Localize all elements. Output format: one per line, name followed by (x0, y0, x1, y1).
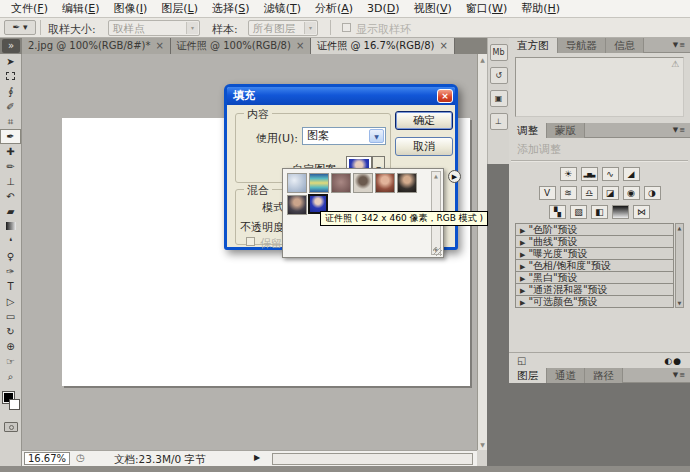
vibrance-adjustment-icon[interactable]: V (539, 186, 556, 200)
dodge-tool[interactable]: ♀ (0, 249, 21, 264)
disclosure-triangle-icon[interactable]: ▶ (520, 251, 525, 259)
exposure-adjustment-icon[interactable]: ◢ (623, 167, 640, 181)
scroll-down-icon[interactable]: ▼ (478, 441, 487, 448)
disclosure-triangle-icon[interactable]: ▶ (520, 263, 525, 271)
panel-tab-adjustments[interactable]: 调整 (509, 123, 547, 138)
pattern-clouds[interactable] (287, 173, 307, 193)
menu-item-image[interactable]: 图像(I) (106, 0, 154, 18)
selective-color-adjustment-icon[interactable]: ⋈ (633, 205, 650, 219)
menu-item-3d[interactable]: 3D(D) (360, 0, 407, 18)
pattern-portrait-4[interactable] (287, 195, 307, 215)
use-select[interactable]: 图案 ▼ (302, 127, 386, 145)
photo-filter-adjustment-icon[interactable]: ◉ (623, 186, 640, 200)
clone-stamp-tool[interactable]: ⊥ (0, 174, 21, 189)
menu-item-analysis[interactable]: 分析(A) (308, 0, 360, 18)
layer-comps-icon[interactable]: ▣ (490, 90, 508, 107)
gradient-tool[interactable] (0, 219, 21, 234)
disclosure-triangle-icon[interactable]: ▶ (520, 287, 525, 295)
switch-panel-icon[interactable]: ◱ (517, 355, 526, 366)
eyedropper-tool[interactable]: ✒ (0, 129, 21, 144)
scroll-up-icon[interactable]: ▲ (676, 225, 683, 231)
background-color-swatch[interactable] (9, 399, 20, 410)
3d-rotate-tool[interactable]: ↻ (0, 324, 21, 339)
pattern-portrait-1[interactable] (353, 173, 373, 193)
clip-to-layer-icon[interactable]: ◐● (664, 356, 682, 366)
quick-mask-icon[interactable] (4, 422, 18, 432)
panel-tab-info[interactable]: 信息 (606, 38, 644, 53)
scroll-up-icon[interactable]: ▲ (478, 56, 487, 63)
blur-tool[interactable]: ❛ (0, 234, 21, 249)
histogram-warning-icon[interactable]: ⚠ (671, 59, 679, 69)
pen-tool[interactable]: ✑ (0, 264, 21, 279)
path-selection-tool[interactable]: ▷ (0, 294, 21, 309)
gradient-map-adjustment-icon[interactable] (612, 205, 629, 219)
panel-tab-masks[interactable]: 蒙版 (547, 123, 585, 138)
disclosure-triangle-icon[interactable]: ▶ (520, 227, 525, 235)
zoom-tool[interactable]: ⌕ (0, 369, 21, 384)
panel-menu-icon[interactable]: ▼≡ (673, 41, 686, 49)
menu-item-file[interactable]: 文件(F) (4, 0, 55, 18)
disclosure-triangle-icon[interactable]: ▶ (520, 275, 525, 283)
clone-source-icon[interactable]: ⊥ (490, 113, 508, 130)
document-tab-doc-2[interactable]: 证件照 @ 100%(RGB/8)× (171, 38, 311, 54)
panel-menu-icon[interactable]: ▼≡ (673, 371, 686, 379)
vertical-scrollbar[interactable]: ▲ ▼ (477, 54, 487, 450)
horizontal-scrollbar[interactable] (272, 453, 473, 465)
scroll-up-icon[interactable]: ▲ (432, 173, 440, 179)
quick-selection-tool[interactable]: ✐ (0, 99, 21, 114)
show-sampling-ring-checkbox[interactable] (342, 23, 351, 32)
move-tool[interactable]: ➤ (0, 54, 21, 69)
mini-bridge-icon[interactable]: Mb (490, 44, 508, 61)
tab-close-icon[interactable]: × (155, 41, 163, 51)
menu-item-help[interactable]: 帮助(H) (514, 0, 567, 18)
hue-saturation-adjustment-icon[interactable]: ≋ (560, 186, 577, 200)
scroll-down-icon[interactable]: ▼ (676, 300, 683, 306)
type-tool[interactable]: T (0, 279, 21, 294)
panel-menu-icon[interactable]: ▼≡ (673, 126, 686, 134)
dialog-title-bar[interactable]: 填充 × (227, 87, 455, 105)
spot-healing-tool[interactable]: ✚ (0, 144, 21, 159)
pattern-texture[interactable] (331, 173, 351, 193)
panel-tab-navigator[interactable]: 导航器 (558, 38, 607, 53)
color-balance-adjustment-icon[interactable]: ♎ (581, 186, 598, 200)
levels-adjustment-icon[interactable]: ▂▅▃ (581, 167, 598, 181)
menu-item-select[interactable]: 选择(S) (205, 0, 257, 18)
preset-scrollbar[interactable]: ▲ ▼ (675, 223, 684, 308)
channel-mixer-adjustment-icon[interactable]: ◑ (644, 186, 661, 200)
tab-close-icon[interactable]: × (439, 41, 447, 51)
black-white-adjustment-icon[interactable]: ◪ (602, 186, 619, 200)
ok-button[interactable]: 确定 (395, 111, 453, 130)
pattern-tie-dye[interactable] (309, 173, 329, 193)
hand-tool[interactable]: ☞ (0, 354, 21, 369)
tab-close-icon[interactable]: × (296, 41, 304, 51)
sample-select[interactable]: 所有图层 ▾ (248, 20, 318, 36)
rect-marquee-tool[interactable] (0, 69, 21, 84)
menu-item-window[interactable]: 窗口(W) (459, 0, 514, 18)
preserve-transparency-checkbox[interactable] (246, 237, 255, 246)
eraser-tool[interactable]: ▰ (0, 204, 21, 219)
history-icon[interactable]: ↺ (490, 67, 508, 84)
zoom-level-field[interactable]: 16.67% (24, 452, 70, 465)
pattern-portrait-3[interactable] (397, 173, 417, 193)
panel-tab-histogram[interactable]: 直方图 (509, 38, 558, 53)
preset-row[interactable]: ▶"可选颜色"预设 (515, 295, 674, 308)
pattern-flyout-menu-icon[interactable]: ▶ (448, 170, 461, 183)
lasso-tool[interactable]: ∮ (0, 84, 21, 99)
brush-tool[interactable]: ✏ (0, 159, 21, 174)
eyedropper-preset-icon[interactable]: ✒ ▾ (4, 20, 36, 35)
disclosure-triangle-icon[interactable]: ▶ (520, 239, 525, 247)
disclosure-triangle-icon[interactable]: ▶ (520, 299, 525, 307)
panel-tab-layers[interactable]: 图层 (509, 368, 547, 383)
status-menu-arrow-icon[interactable]: ▶ (254, 453, 260, 462)
invert-adjustment-icon[interactable]: ▚ (549, 205, 566, 219)
3d-orbit-tool[interactable]: ⊕ (0, 339, 21, 354)
menu-item-layer[interactable]: 图层(L) (154, 0, 205, 18)
tab-overflow-chevron-icon[interactable]: » (2, 39, 20, 53)
panel-tab-paths[interactable]: 路径 (585, 368, 623, 383)
menu-item-view[interactable]: 视图(V) (407, 0, 459, 18)
crop-tool[interactable]: ⌗ (0, 114, 21, 129)
history-brush-tool[interactable]: ↶ (0, 189, 21, 204)
resize-grip[interactable] (433, 247, 442, 256)
pattern-portrait-2[interactable] (375, 173, 395, 193)
brightness-contrast-adjustment-icon[interactable]: ☀ (560, 167, 577, 181)
